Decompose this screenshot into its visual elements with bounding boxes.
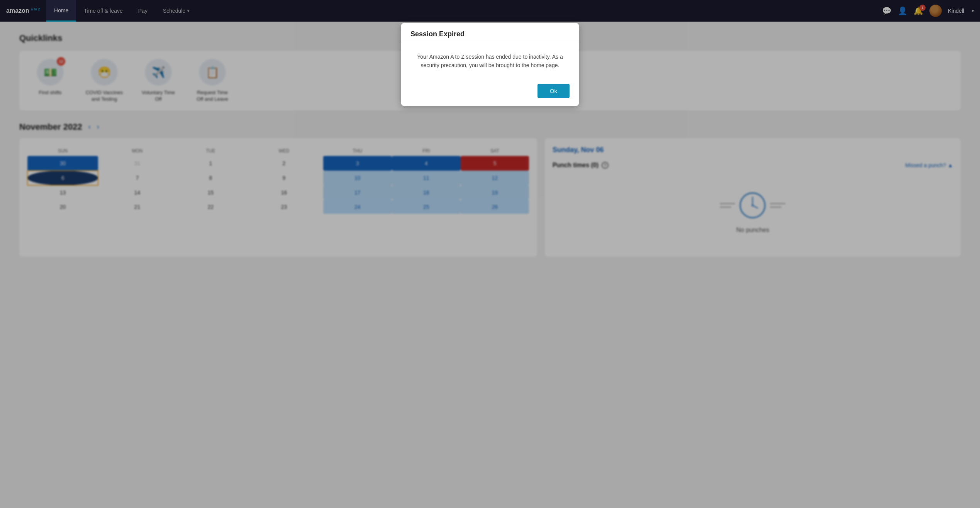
modal-header: Session Expired [401, 23, 579, 43]
modal-footer: Ok [401, 79, 579, 106]
ok-button[interactable]: Ok [537, 84, 570, 98]
modal-body: Your Amazon A to Z session has ended due… [401, 43, 579, 79]
modal-title: Session Expired [410, 30, 570, 38]
session-expired-modal: Session Expired Your Amazon A to Z sessi… [401, 23, 579, 106]
modal-overlay: Session Expired Your Amazon A to Z sessi… [0, 0, 980, 508]
